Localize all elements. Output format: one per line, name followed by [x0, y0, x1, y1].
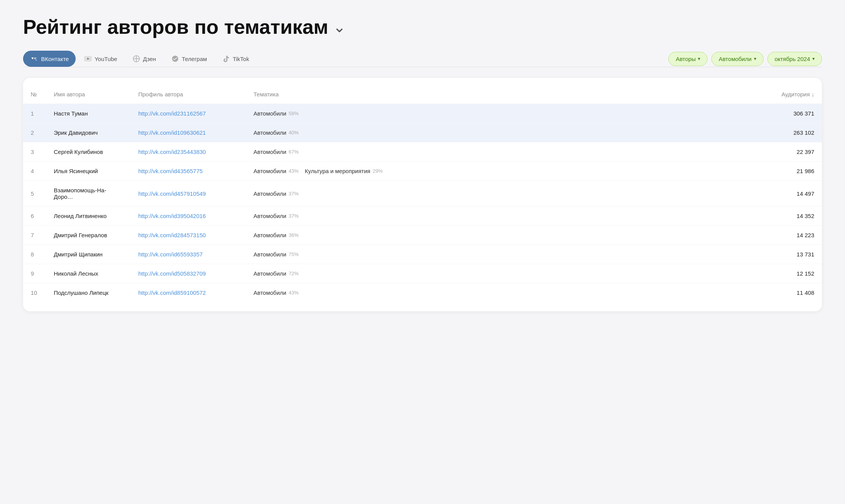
platform-tabs: ВКонтакте YouTube Дзен — [23, 51, 256, 67]
row-profile[interactable]: http://vk.com/id43565775 — [131, 162, 246, 181]
table-row: 6Леонид Литвиненкоhttp://vk.com/id395042… — [23, 207, 822, 226]
row-profile[interactable]: http://vk.com/id457910549 — [131, 181, 246, 207]
filter-authors[interactable]: Авторы ▾ — [668, 52, 707, 66]
theme-badge: Автомобили 40% — [254, 129, 298, 136]
tab-telegram-label: Телеграм — [182, 56, 207, 62]
title-chevron-icon[interactable]: ⌄ — [333, 18, 346, 36]
row-profile[interactable]: http://vk.com/id284573150 — [131, 226, 246, 245]
table-header-row: № Имя автора Профиль автора Тематика Ауд… — [23, 87, 822, 104]
telegram-icon — [171, 55, 179, 63]
row-author: Взаимопомощь-На-Доро… — [46, 181, 131, 207]
tab-telegram[interactable]: Телеграм — [164, 51, 214, 66]
row-theme: Автомобили 58% — [246, 104, 768, 123]
tab-youtube[interactable]: YouTube — [77, 51, 124, 66]
row-num: 3 — [23, 142, 46, 162]
theme-pct: 72% — [288, 271, 298, 276]
col-header-profile: Профиль автора — [131, 87, 246, 104]
row-author: Эрик Давидович — [46, 123, 131, 142]
page-title: Рейтинг авторов по тематикам ⌄ — [23, 15, 822, 38]
row-audience: 14 223 — [768, 226, 822, 245]
tab-tiktok[interactable]: TikTok — [215, 51, 256, 66]
row-profile[interactable]: http://vk.com/id65593357 — [131, 245, 246, 264]
theme-pct: 58% — [288, 111, 298, 116]
tabs-row: ВКонтакте YouTube Дзен — [23, 51, 822, 67]
row-profile[interactable]: http://vk.com/id505832709 — [131, 264, 246, 283]
theme-pct: 36% — [288, 232, 298, 238]
row-num: 6 — [23, 207, 46, 226]
tab-dzen[interactable]: Дзен — [126, 51, 163, 66]
row-num: 8 — [23, 245, 46, 264]
filter-period-chevron: ▾ — [812, 56, 815, 61]
row-profile[interactable]: http://vk.com/id395042016 — [131, 207, 246, 226]
theme-pct: 43% — [288, 290, 298, 296]
table-row: 8Дмитрий Щипакинhttp://vk.com/id65593357… — [23, 245, 822, 264]
row-audience: 14 352 — [768, 207, 822, 226]
theme-badge: Автомобили 67% — [254, 149, 298, 155]
vk-icon — [30, 55, 38, 63]
filter-authors-label: Авторы — [676, 56, 696, 62]
row-profile[interactable]: http://vk.com/id231162567 — [131, 104, 246, 123]
table-row: 3Сергей Кулибиновhttp://vk.com/id2354438… — [23, 142, 822, 162]
filter-category[interactable]: Автомобили ▾ — [711, 52, 763, 66]
filter-period[interactable]: октябрь 2024 ▾ — [767, 52, 822, 66]
row-theme: Автомобили 67% — [246, 142, 768, 162]
row-author: Николай Лесных — [46, 264, 131, 283]
tab-vkontakte[interactable]: ВКонтакте — [23, 51, 76, 67]
theme-pct: 75% — [288, 251, 298, 257]
col-header-audience[interactable]: Аудитория ↓ — [768, 87, 822, 104]
row-author: Илья Ясинецкий — [46, 162, 131, 181]
row-profile[interactable]: http://vk.com/id859100572 — [131, 283, 246, 302]
row-theme: Автомобили 40% — [246, 123, 768, 142]
authors-table: № Имя автора Профиль автора Тематика Ауд… — [23, 87, 822, 302]
table-row: 4Илья Ясинецкийhttp://vk.com/id43565775А… — [23, 162, 822, 181]
filter-category-label: Автомобили — [719, 56, 751, 62]
table-row: 1Настя Туманhttp://vk.com/id231162567Авт… — [23, 104, 822, 123]
table-row: 9Николай Лесныхhttp://vk.com/id505832709… — [23, 264, 822, 283]
filter-buttons: Авторы ▾ Автомобили ▾ октябрь 2024 ▾ — [668, 52, 822, 66]
row-theme: Автомобили 43%Культура и мероприятия 29% — [246, 162, 768, 181]
tab-vkontakte-label: ВКонтакте — [41, 56, 69, 62]
theme-badge: Автомобили 37% — [254, 213, 298, 219]
row-theme: Автомобили 75% — [246, 245, 768, 264]
dzen-icon — [133, 55, 140, 63]
row-author: Дмитрий Щипакин — [46, 245, 131, 264]
row-num: 7 — [23, 226, 46, 245]
theme-badge: Автомобили 36% — [254, 232, 298, 238]
theme-badge: Автомобили 58% — [254, 110, 298, 117]
row-num: 10 — [23, 283, 46, 302]
row-theme: Автомобили 72% — [246, 264, 768, 283]
row-audience: 21 986 — [768, 162, 822, 181]
table-row: 10Подслушано Липецкhttp://vk.com/id85910… — [23, 283, 822, 302]
row-profile[interactable]: http://vk.com/id109630621 — [131, 123, 246, 142]
row-theme: Автомобили 36% — [246, 226, 768, 245]
theme-badge: Автомобили 75% — [254, 251, 298, 258]
row-num: 9 — [23, 264, 46, 283]
tiktok-icon — [222, 55, 230, 63]
row-num: 2 — [23, 123, 46, 142]
row-audience: 22 397 — [768, 142, 822, 162]
tab-tiktok-label: TikTok — [233, 56, 249, 62]
theme-pct: 37% — [288, 191, 298, 197]
theme-pct: 37% — [288, 213, 298, 219]
row-audience: 12 152 — [768, 264, 822, 283]
theme-pct: 29% — [373, 168, 383, 174]
row-author: Настя Туман — [46, 104, 131, 123]
tab-youtube-label: YouTube — [94, 56, 117, 62]
theme-badge: Автомобили 43% — [254, 289, 298, 296]
col-header-num: № — [23, 87, 46, 104]
table-row: 2Эрик Давидовичhttp://vk.com/id109630621… — [23, 123, 822, 142]
filter-category-chevron: ▾ — [754, 56, 756, 61]
theme-badge: Автомобили 72% — [254, 270, 298, 277]
row-author: Сергей Кулибинов — [46, 142, 131, 162]
filter-authors-chevron: ▾ — [698, 56, 700, 61]
theme-badge: Автомобили 37% — [254, 190, 298, 197]
theme-pct: 67% — [288, 149, 298, 155]
theme-badge: Культура и мероприятия 29% — [305, 168, 383, 174]
row-audience: 306 371 — [768, 104, 822, 123]
row-theme: Автомобили 37% — [246, 207, 768, 226]
table-row: 5Взаимопомощь-На-Доро…http://vk.com/id45… — [23, 181, 822, 207]
row-audience: 13 731 — [768, 245, 822, 264]
theme-pct: 43% — [288, 168, 298, 174]
row-num: 5 — [23, 181, 46, 207]
row-profile[interactable]: http://vk.com/id235443830 — [131, 142, 246, 162]
